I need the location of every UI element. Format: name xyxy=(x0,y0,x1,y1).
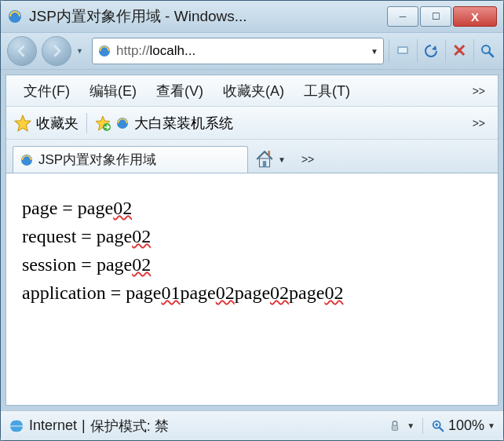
star-icon xyxy=(14,115,31,132)
menubar: 文件(F) 编辑(E) 查看(V) 收藏夹(A) 工具(T) >> xyxy=(6,75,498,107)
protected-mode-label: 保护模式: 禁 xyxy=(90,417,169,436)
titlebar: JSP内置对象作用域 - Windows... ─ ☐ X xyxy=(1,1,503,32)
window-controls: ─ ☐ X xyxy=(387,6,497,27)
nav-history-dropdown[interactable]: ▼ xyxy=(76,47,87,55)
content-line-4: application = page01page02page02page02 xyxy=(22,279,482,307)
ie-page-icon xyxy=(20,153,34,167)
content-line-1: page = page02 xyxy=(22,194,482,222)
address-text: http://localh... xyxy=(116,43,366,59)
zone-label: Internet xyxy=(29,417,77,434)
svg-rect-11 xyxy=(268,151,270,156)
favbar-overflow[interactable]: >> xyxy=(468,117,490,129)
dropdown-icon: ▼ xyxy=(407,421,415,430)
zoom-value: 100% xyxy=(448,417,484,434)
menu-view[interactable]: 查看(V) xyxy=(147,79,213,103)
address-dropdown[interactable]: ▼ xyxy=(371,47,378,56)
search-button[interactable] xyxy=(473,39,497,63)
svg-rect-13 xyxy=(393,425,398,430)
bookmark-label: 大白菜装机系统 xyxy=(134,114,233,133)
privacy-button[interactable]: ▼ xyxy=(388,419,415,433)
close-button[interactable]: X xyxy=(453,6,497,27)
client-area: 文件(F) 编辑(E) 查看(V) 收藏夹(A) 工具(T) >> 收藏夹 xyxy=(5,75,499,406)
menu-tools[interactable]: 工具(T) xyxy=(294,79,360,103)
favorites-bookmark-1[interactable]: 大白菜装机系统 xyxy=(95,114,233,133)
menu-overflow[interactable]: >> xyxy=(468,85,490,97)
home-button[interactable]: ▼ xyxy=(254,149,286,169)
window-title: JSP内置对象作用域 - Windows... xyxy=(29,6,387,27)
star-arrow-icon xyxy=(95,115,111,131)
svg-rect-3 xyxy=(399,48,407,53)
security-zone[interactable]: Internet | 保护模式: 禁 xyxy=(9,417,169,436)
zoom-control[interactable]: 100% ▼ xyxy=(422,417,495,434)
divider xyxy=(86,113,87,133)
dropdown-icon: ▼ xyxy=(488,421,495,430)
back-button[interactable] xyxy=(7,36,37,66)
compat-view-button[interactable] xyxy=(389,39,412,63)
dropdown-icon: ▼ xyxy=(278,155,286,164)
menu-file[interactable]: 文件(F) xyxy=(14,79,79,103)
favorites-bar: 收藏夹 大白菜装机系统 >> xyxy=(6,107,498,140)
content-line-2: request = page02 xyxy=(22,222,482,250)
content-line-3: session = page02 xyxy=(22,250,482,279)
nav-toolbar: ▼ http://localh... ▼ ✕ xyxy=(1,32,503,70)
svg-line-5 xyxy=(489,53,493,56)
favorites-button[interactable]: 收藏夹 xyxy=(14,114,79,133)
page-content: page = page02 request = page02 session =… xyxy=(6,173,498,405)
tabbar-overflow[interactable]: >> xyxy=(297,153,319,166)
menu-edit[interactable]: 编辑(E) xyxy=(80,79,146,103)
menu-favorites[interactable]: 收藏夹(A) xyxy=(214,79,294,103)
ie-icon xyxy=(7,9,23,24)
svg-line-15 xyxy=(440,427,444,431)
browser-window: JSP内置对象作用域 - Windows... ─ ☐ X ▼ http://l… xyxy=(0,0,504,441)
statusbar: Internet | 保护模式: 禁 ▼ 100% ▼ xyxy=(1,410,503,440)
svg-rect-10 xyxy=(263,161,266,167)
ie-page-icon xyxy=(97,44,111,58)
tab-title: JSP内置对象作用域 xyxy=(38,151,156,169)
minimize-button[interactable]: ─ xyxy=(387,6,418,27)
favorites-label: 收藏夹 xyxy=(36,114,79,133)
stop-button[interactable]: ✕ xyxy=(445,39,469,63)
ie-page-icon xyxy=(115,116,130,130)
maximize-button[interactable]: ☐ xyxy=(420,6,451,27)
tab-active[interactable]: JSP内置对象作用域 xyxy=(13,146,248,173)
address-bar[interactable]: http://localh... ▼ xyxy=(92,38,384,64)
forward-button[interactable] xyxy=(42,36,71,66)
globe-icon xyxy=(9,418,24,434)
tabbar: JSP内置对象作用域 ▼ >> xyxy=(6,140,498,173)
refresh-button[interactable] xyxy=(417,39,440,63)
